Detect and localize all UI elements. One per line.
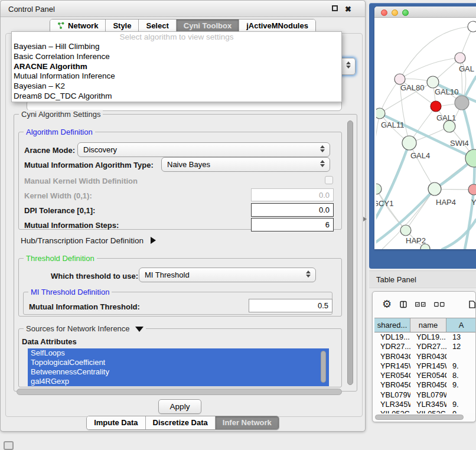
tab-infer-network[interactable]: Infer Network <box>216 416 279 429</box>
close-traffic-light-icon[interactable] <box>381 9 387 16</box>
algorithm-option[interactable]: Bayesian – Hill Climbing <box>12 42 341 52</box>
table-row[interactable]: YBL079WYBL079W <box>374 390 476 400</box>
table-horizontal-scrollbar[interactable] <box>375 415 464 420</box>
collapsed-arrow-icon <box>151 237 156 244</box>
table-row[interactable]: YBR043CYBR043C <box>374 352 476 361</box>
algorithm-option[interactable]: Bayesian – K2 <box>12 81 341 92</box>
table-row[interactable]: YDL19...YDL19...13 <box>374 332 476 342</box>
table-cell: 9 <box>446 409 476 413</box>
algorithm-option[interactable]: ARACNE Algorithm <box>12 62 341 72</box>
tab-label: Style <box>113 21 131 30</box>
tab-label: Select <box>146 21 168 30</box>
apply-button[interactable]: Apply <box>158 399 201 414</box>
network-node[interactable] <box>431 101 441 112</box>
select-all-checkboxes-icon[interactable] <box>415 301 426 308</box>
kernel-width-label: Kernel Width (0,1): <box>24 191 92 200</box>
table-row[interactable]: YLR345WYLR345W9. <box>374 400 476 409</box>
bottom-tabs: Impute DataDiscretize DataInfer Network <box>86 416 279 430</box>
network-node[interactable] <box>427 76 439 88</box>
network-node[interactable] <box>428 182 441 195</box>
manual-kernel-width-label: Manual Kernel Width Definition <box>24 177 138 185</box>
attribute-item-selected[interactable]: SelfLoops <box>28 348 329 358</box>
cyni-algorithm-settings-title: Cyni Algorithm Settings <box>19 110 103 119</box>
algorithm-dropdown-prompt: Select algorithm to view settings <box>12 32 341 42</box>
hub-transcription-section[interactable]: Hub/Transcription Factor Definition <box>21 236 156 245</box>
aracne-mode-combobox[interactable]: Discovery <box>77 142 330 157</box>
table-row[interactable]: YDR27...YDR27...12 <box>374 342 476 351</box>
deselect-checkboxes-icon[interactable] <box>434 301 445 308</box>
mi-steps-field[interactable]: 6 <box>251 218 334 231</box>
network-node[interactable] <box>444 120 455 132</box>
table-cell <box>446 390 476 400</box>
mi-threshold-definition-title: MI Threshold Definition <box>28 288 112 296</box>
hub-transcription-label: Hub/Transcription Factor Definition <box>21 236 144 245</box>
algorithm-option[interactable]: Mutual Information Inference <box>12 71 341 81</box>
tab-discretize-data[interactable]: Discretize Data <box>146 416 216 429</box>
kernel-width-field[interactable]: 0.0 <box>251 188 334 201</box>
column-layout-icon[interactable] <box>400 299 407 309</box>
attribute-item-selected[interactable]: TopologicalCoefficient <box>28 358 329 367</box>
table-cell: YDL19... <box>374 332 410 342</box>
table-row[interactable]: YER054CYER054C8. <box>374 371 476 380</box>
tab-cyni-toolbox[interactable]: Cyni Toolbox <box>177 19 239 32</box>
mi-threshold-label: Mutual Information Threshold: <box>29 302 140 311</box>
data-attributes-list[interactable]: SelfLoopsTopologicalCoefficientBetweenne… <box>28 348 329 386</box>
minimize-traffic-light-icon[interactable] <box>392 9 398 16</box>
table-row[interactable]: YPR145WYPR145W9. <box>374 361 476 371</box>
minimized-panel-icon[interactable] <box>4 441 14 450</box>
attribute-item-selected[interactable]: gal4RGexp <box>28 377 329 386</box>
network-node-label: HAP2 <box>406 236 426 245</box>
network-node[interactable] <box>376 184 382 194</box>
sources-title[interactable]: Sources for Network Inference <box>24 324 146 333</box>
network-icon <box>57 22 65 30</box>
network-node[interactable] <box>455 53 465 63</box>
settings-horizontal-scrollbar[interactable] <box>17 389 342 395</box>
column-header[interactable]: A <box>446 318 476 332</box>
float-window-icon[interactable] <box>332 5 338 11</box>
manual-kernel-width-checkbox[interactable] <box>325 176 333 184</box>
network-node[interactable] <box>455 96 469 110</box>
close-icon[interactable]: ✖ <box>345 5 351 14</box>
table-row[interactable]: YIL052CYIL052C9 <box>374 409 476 413</box>
tab-label: Infer Network <box>223 418 272 427</box>
tab-style[interactable]: Style <box>106 19 139 32</box>
zoom-traffic-light-icon[interactable] <box>402 9 409 16</box>
network-canvas[interactable]: GALGAL80GAL10GAL1GAL11SWI4GAL4GCY1HAP4YH… <box>376 18 476 249</box>
tab-jactivemnodules[interactable]: jActiveMNodules <box>239 19 315 32</box>
network-node[interactable] <box>400 225 411 236</box>
network-node[interactable] <box>402 136 416 150</box>
splitpane-gripper-icon[interactable] <box>363 217 367 221</box>
mi-algorithm-type-combobox[interactable]: Naive Bayes <box>161 157 330 172</box>
attribute-list-scrollbar[interactable] <box>321 351 326 383</box>
table-window: ⚙ shared...nameA YDL19...YDL19...13YDR27… <box>372 291 476 422</box>
which-threshold-combobox[interactable]: MI Threshold <box>139 268 316 282</box>
network-edge <box>409 143 435 189</box>
table-row[interactable]: YBR045CYBR045C9. <box>374 380 476 390</box>
gear-icon[interactable]: ⚙ <box>382 298 392 311</box>
table-cell: YER054C <box>374 371 410 380</box>
column-header[interactable]: name <box>410 318 446 332</box>
table-panel-titlebar: Table Panel <box>369 270 476 288</box>
table-cell: YPR145W <box>410 361 446 371</box>
tab-select[interactable]: Select <box>139 19 176 32</box>
network-edge <box>380 79 400 113</box>
network-node-label: GAL80 <box>400 83 424 92</box>
mi-threshold-field[interactable]: 0.5 <box>249 299 332 312</box>
table-cell: YLR345W <box>410 400 446 409</box>
dpi-tolerance-field[interactable]: 0.0 <box>251 203 334 217</box>
tab-impute-data[interactable]: Impute Data <box>87 416 145 429</box>
network-node-label: GCY1 <box>376 199 393 208</box>
network-node[interactable] <box>376 108 385 119</box>
data-attributes-label: Data Attributes <box>22 337 77 346</box>
network-node[interactable] <box>468 21 476 32</box>
algorithm-option[interactable]: Basic Correlation Inference <box>12 52 341 62</box>
mi-algorithm-type-value: Naive Bayes <box>167 160 210 169</box>
algorithm-option[interactable]: Dream8 DC_TDC Algorithm <box>12 92 341 102</box>
tab-network[interactable]: Network <box>50 19 106 32</box>
network-node[interactable] <box>468 184 476 195</box>
new-table-icon[interactable] <box>469 299 475 310</box>
kernel-width-value: 0.0 <box>319 191 330 200</box>
column-header[interactable]: shared... <box>374 318 410 332</box>
attribute-item-selected[interactable]: BetweennessCentrality <box>28 367 329 377</box>
settings-vertical-scrollbar[interactable] <box>347 120 353 385</box>
